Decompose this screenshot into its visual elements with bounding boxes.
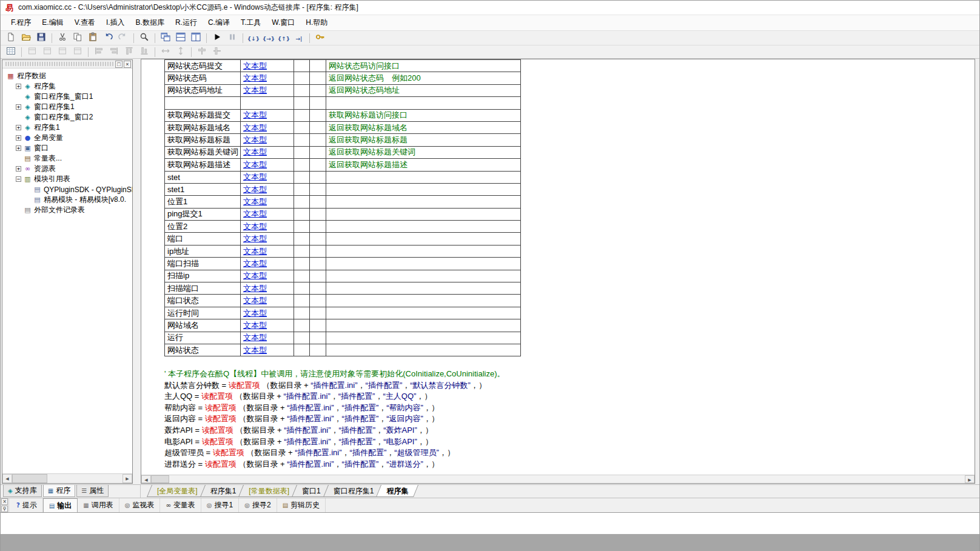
scroll-left-arrow-icon[interactable]: ◀ [141,475,151,483]
menu-item-8[interactable]: W.窗口 [266,15,300,30]
variable-array-cell[interactable] [294,245,310,257]
variable-ref-cell[interactable] [310,319,326,332]
bottom-tab-7[interactable]: ▤剪辑历史 [277,498,326,512]
window-split-vertical-button[interactable] [189,32,203,44]
variable-array-cell[interactable] [294,233,310,245]
menu-item-5[interactable]: R.运行 [170,15,203,30]
same-width-button[interactable] [158,46,173,58]
align-right-button[interactable] [107,46,121,58]
open-button[interactable] [19,32,33,44]
variable-type-cell[interactable]: 文本型 [241,208,294,220]
variable-name-cell[interactable]: 网站域名 [165,319,241,332]
menu-item-2[interactable]: V.查看 [69,15,101,30]
center-horizontal-button[interactable] [195,46,209,58]
tree-hscrollbar[interactable]: ◀ ▶ [2,473,132,483]
run-to-cursor-button[interactable]: →| [292,32,306,44]
variable-name-cell[interactable]: 获取网站标题提交 [165,109,241,121]
tree-item-2[interactable]: ◈窗口程序集_窗口1 [2,92,132,102]
variable-type-cell[interactable]: 文本型 [241,344,294,356]
variable-comment-cell[interactable]: 返回获取网站标题关键词 [326,146,521,158]
variable-type-cell[interactable]: 文本型 [241,270,294,282]
variable-comment-cell[interactable] [326,258,521,270]
view-form-button[interactable] [55,46,70,58]
tree-item-12[interactable]: ▤精易模块 - 精易模块[v8.0. [2,195,132,205]
tree-item-10[interactable]: −▥模块引用表 [2,174,132,184]
dock-pin-button[interactable]: ⚲ [1,506,8,512]
bottom-tab-3[interactable]: ◎监视表 [119,498,161,512]
variable-type-cell[interactable]: 文本型 [241,121,294,133]
variable-array-cell[interactable] [294,196,310,208]
tree-item-8[interactable]: ▤常量表... [2,153,132,164]
variable-comment-cell[interactable] [326,332,521,344]
panel-close-button[interactable]: × [124,61,131,68]
variable-ref-cell[interactable] [310,245,326,257]
tree-expander-icon[interactable]: + [16,84,21,89]
editor-tab-0[interactable]: [全局变量表] [149,485,206,497]
code-area[interactable]: ' 本子程序会在酷Q【线程】中被调用，请注意使用对象等需要初始化(CoIniti… [164,369,505,470]
scroll-track[interactable] [169,475,965,483]
tree-item-1[interactable]: +◈程序集 [2,81,132,92]
menu-item-7[interactable]: T.工具 [235,15,266,30]
copy-button[interactable] [70,32,85,44]
tree-expander-icon[interactable]: + [16,104,21,110]
variable-comment-cell[interactable] [326,221,521,233]
tree-item-11[interactable]: ▤QYPluginSDK - QYPluginSDK [2,184,132,195]
dock-close-button[interactable]: × [1,498,8,505]
scroll-left-arrow-icon[interactable]: ◀ [2,474,12,483]
variable-array-cell[interactable] [294,270,310,282]
variable-name-cell[interactable]: 端口扫描 [165,258,241,270]
step-over-button[interactable]: {→} [261,32,276,44]
panel-tab-2[interactable]: ☰属性 [76,485,109,497]
variable-ref-cell[interactable] [310,60,326,72]
variable-comment-cell[interactable] [326,233,521,245]
variable-name-cell[interactable]: 运行 [165,332,241,344]
variable-name-cell[interactable]: 位置2 [165,221,241,233]
variable-array-cell[interactable] [294,332,310,344]
variable-array-cell[interactable] [294,307,310,319]
panel-float-button[interactable]: □ [115,61,122,68]
tree-item-3[interactable]: +◈窗口程序集1 [2,102,132,112]
variable-comment-cell[interactable]: 返回网站状态码地址 [326,84,521,96]
variable-ref-cell[interactable] [310,159,326,171]
variable-name-cell[interactable]: stet1 [165,183,241,195]
variable-ref-cell[interactable] [310,233,326,245]
bottom-tab-4[interactable]: ∞变量表 [160,498,201,512]
variable-comment-cell[interactable]: 返回获取网站标题标题 [326,134,521,146]
scroll-track[interactable] [47,474,122,483]
variable-array-cell[interactable] [294,121,310,133]
variable-type-cell[interactable]: 文本型 [241,159,294,171]
variable-comment-cell[interactable] [326,282,521,295]
variable-array-cell[interactable] [294,208,310,220]
undo-button[interactable] [101,32,115,44]
variable-array-cell[interactable] [294,319,310,332]
variable-type-cell[interactable] [241,97,294,109]
variable-ref-cell[interactable] [310,121,326,133]
tree-item-4[interactable]: ◈窗口程序集_窗口2 [2,112,132,122]
variable-name-cell[interactable]: ping提交1 [165,208,241,220]
variable-name-cell[interactable]: 端口 [165,233,241,245]
scroll-right-arrow-icon[interactable]: ▶ [965,475,975,483]
variable-type-cell[interactable]: 文本型 [241,233,294,245]
align-top-button[interactable] [122,46,136,58]
variable-ref-cell[interactable] [310,332,326,344]
variable-name-cell[interactable]: 网站状态码 [165,72,241,84]
redo-button[interactable] [116,32,130,44]
variable-comment-cell[interactable] [326,319,521,332]
menu-item-1[interactable]: E.编辑 [36,15,69,30]
variable-comment-cell[interactable] [326,97,521,109]
menu-item-6[interactable]: C.编译 [203,15,235,30]
variable-type-cell[interactable]: 文本型 [241,295,294,307]
step-into-button[interactable]: {↓} [246,32,261,44]
variable-type-cell[interactable]: 文本型 [241,282,294,295]
variable-comment-cell[interactable]: 网站状态码访问接口 [326,60,521,72]
variable-type-cell[interactable]: 文本型 [241,221,294,233]
variable-array-cell[interactable] [294,60,310,72]
bottom-tab-0[interactable]: ?提示 [11,498,43,512]
variable-comment-cell[interactable] [326,196,521,208]
tree-item-7[interactable]: +▣窗口 [2,143,132,153]
variable-comment-cell[interactable] [326,208,521,220]
panel-tab-1[interactable]: ▦程序 [43,485,75,497]
run-button[interactable] [210,32,224,44]
tree-expander-icon[interactable]: − [16,176,21,182]
variable-name-cell[interactable]: ip地址 [165,245,241,257]
